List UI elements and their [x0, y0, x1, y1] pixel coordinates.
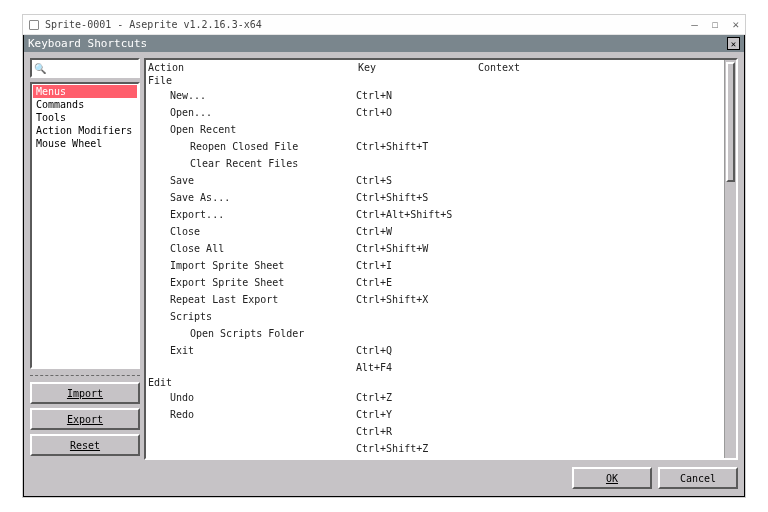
window-title: Sprite-0001 - Aseprite v1.2.16.3-x64: [45, 19, 262, 30]
close-icon: ✕: [731, 39, 736, 49]
col-action: Action: [148, 62, 358, 73]
shortcut-row[interactable]: RedoCtrl+Y: [146, 406, 724, 423]
col-context: Context: [478, 62, 724, 73]
shortcut-row[interactable]: New...Ctrl+N: [146, 87, 724, 104]
shortcut-row[interactable]: Import Sprite SheetCtrl+I: [146, 257, 724, 274]
app-icon: [29, 20, 39, 30]
shortcut-row[interactable]: Alt+F4: [146, 359, 724, 376]
import-button[interactable]: Import: [30, 382, 140, 404]
search-icon: 🔍: [34, 63, 46, 74]
shortcut-row[interactable]: Reopen Closed FileCtrl+Shift+T: [146, 138, 724, 155]
category-item[interactable]: Commands: [33, 98, 137, 111]
col-key: Key: [358, 62, 478, 73]
shortcut-row[interactable]: Scripts: [146, 308, 724, 325]
shortcut-row[interactable]: ExitCtrl+Q: [146, 342, 724, 359]
os-titlebar: Sprite-0001 - Aseprite v1.2.16.3-x64 — ☐…: [23, 15, 745, 35]
shortcut-row[interactable]: Ctrl+Shift+Z: [146, 440, 724, 457]
grid-header: Action Key Context: [146, 60, 724, 74]
cancel-label: Cancel: [680, 473, 716, 484]
app-body: Keyboard Shortcuts ✕ 🔍 MenusCommandsTool…: [23, 35, 745, 497]
os-close-button[interactable]: ✕: [732, 18, 739, 31]
minimize-button[interactable]: —: [691, 18, 698, 31]
shortcut-row[interactable]: Ctrl+R: [146, 423, 724, 440]
export-button[interactable]: Export: [30, 408, 140, 430]
maximize-button[interactable]: ☐: [712, 18, 719, 31]
search-box[interactable]: 🔍: [30, 58, 140, 78]
shortcut-row[interactable]: Clear Recent Files: [146, 155, 724, 172]
shortcut-row[interactable]: Export...Ctrl+Alt+Shift+S: [146, 206, 724, 223]
group-label: Edit: [146, 376, 724, 389]
right-column: Action Key Context FileNew...Ctrl+NOpen.…: [144, 58, 738, 460]
dialog-footer: OK Cancel: [30, 460, 738, 490]
shortcut-row[interactable]: UndoCtrl+Z: [146, 389, 724, 406]
divider: [30, 375, 140, 376]
shortcut-row[interactable]: Close AllCtrl+Shift+W: [146, 240, 724, 257]
cancel-button[interactable]: Cancel: [658, 467, 738, 489]
ok-label: OK: [606, 473, 618, 484]
group-label: File: [146, 74, 724, 87]
scrollbar[interactable]: [724, 60, 736, 458]
shortcut-row[interactable]: Open...Ctrl+O: [146, 104, 724, 121]
category-item[interactable]: Tools: [33, 111, 137, 124]
shortcut-row[interactable]: Export Sprite SheetCtrl+E: [146, 274, 724, 291]
shortcut-row[interactable]: SaveCtrl+S: [146, 172, 724, 189]
shortcut-row[interactable]: Open Scripts Folder: [146, 325, 724, 342]
app-window: Sprite-0001 - Aseprite v1.2.16.3-x64 — ☐…: [22, 14, 746, 498]
category-list[interactable]: MenusCommandsToolsAction ModifiersMouse …: [30, 82, 140, 369]
dialog-close-button[interactable]: ✕: [727, 37, 740, 50]
shortcut-row[interactable]: Open Recent: [146, 121, 724, 138]
scrollbar-thumb[interactable]: [726, 62, 735, 182]
ok-button[interactable]: OK: [572, 467, 652, 489]
dialog-title: Keyboard Shortcuts: [28, 37, 147, 50]
left-column: 🔍 MenusCommandsToolsAction ModifiersMous…: [30, 58, 140, 460]
shortcut-grid: Action Key Context FileNew...Ctrl+NOpen.…: [144, 58, 738, 460]
shortcut-row[interactable]: Save As...Ctrl+Shift+S: [146, 189, 724, 206]
shortcut-row[interactable]: CloseCtrl+W: [146, 223, 724, 240]
category-item[interactable]: Menus: [33, 85, 137, 98]
dialog-content: 🔍 MenusCommandsToolsAction ModifiersMous…: [24, 52, 744, 496]
reset-button[interactable]: Reset: [30, 434, 140, 456]
category-item[interactable]: Mouse Wheel: [33, 137, 137, 150]
shortcut-row[interactable]: Repeat Last ExportCtrl+Shift+X: [146, 291, 724, 308]
category-item[interactable]: Action Modifiers: [33, 124, 137, 137]
dialog-titlebar: Keyboard Shortcuts ✕: [24, 35, 744, 52]
